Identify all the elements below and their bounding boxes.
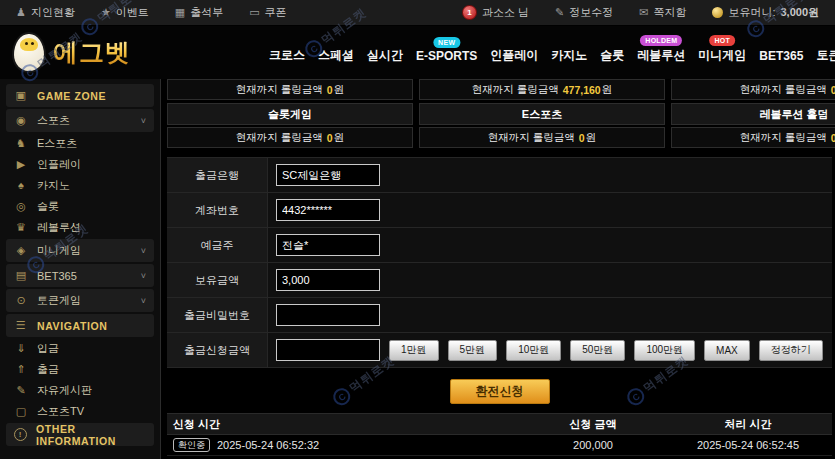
field-label: 계좌번호: [167, 193, 268, 227]
token-icon: ⊙: [14, 295, 28, 306]
bank-field[interactable]: [276, 164, 380, 186]
tv-icon: ▢: [14, 406, 28, 417]
menu-friend-status[interactable]: ♟ 지인현황: [16, 5, 75, 20]
field-label: 출금신청금액: [167, 333, 268, 367]
user-info[interactable]: 1 과소소 님: [462, 5, 529, 20]
esports-icon: ♞: [14, 138, 28, 149]
withdraw-password-field[interactable]: [276, 304, 380, 326]
nav-minigame[interactable]: HOT 미니게임: [698, 41, 746, 64]
header-bar: 에그벳 크로스 스페셜 실시간 NEW E-SPORTS 인플레이 카지노 슬롯…: [0, 26, 835, 79]
sidebar-item-minigame[interactable]: ◈ 미니게임 ˅: [6, 239, 154, 262]
menu-coupon[interactable]: ▭ 쿠폰: [249, 5, 286, 20]
form-row-bank: 출금은행: [167, 158, 832, 193]
quick-amount-500k-button[interactable]: 50만원: [570, 340, 625, 361]
rolling-col-3: 현재까지 롤링금액0원 레볼루션 홀덤 현재까지 롤링금액0원: [671, 79, 835, 148]
sidebar-item-sports[interactable]: ◉ 스포츠 ˅: [6, 109, 154, 132]
sports-icon: ◉: [14, 115, 28, 126]
nav-revolution[interactable]: HOLDEM 레볼루션: [637, 41, 685, 64]
header-request-amount: 신청 금액: [518, 417, 668, 432]
header-request-time: 신청 시간: [167, 417, 518, 432]
slot-icon: ◎: [14, 201, 28, 212]
nav-realtime[interactable]: 실시간: [367, 41, 403, 64]
nav-casino[interactable]: 카지노: [551, 41, 587, 64]
quick-amount-50k-button[interactable]: 5만원: [448, 340, 498, 361]
sidebar-item-token-game[interactable]: ⊙ 토큰게임 ˅: [6, 289, 154, 312]
field-label: 예금주: [167, 228, 268, 262]
star-icon: ★: [101, 7, 111, 18]
rolling-section-title: 슬롯게임: [167, 103, 413, 125]
rolling-section-value: 현재까지 롤링금액0원: [419, 127, 665, 148]
username: 과소소 님: [482, 5, 529, 20]
form-row-withdraw-amount: 출금신청금액 1만원 5만원 10만원 50만원 100만원 MAX 정정하기: [167, 333, 832, 368]
inbox-label: 쪽지함: [653, 5, 686, 20]
balance-label: 보유머니:: [728, 5, 775, 20]
sidebar-item-slot[interactable]: ◎ 슬롯: [6, 197, 154, 216]
notification-badge: 1: [462, 5, 477, 20]
account-number-field[interactable]: [276, 199, 380, 221]
sidebar-item-deposit[interactable]: ⇓ 입금: [6, 339, 154, 358]
nav-cross[interactable]: 크로스: [269, 41, 305, 64]
nav-token[interactable]: 토큰게임: [816, 41, 835, 64]
board-icon: ✎: [14, 385, 28, 396]
sidebar-item-free-board[interactable]: ✎ 자유게시판: [6, 381, 154, 400]
sidebar-item-bet365[interactable]: ▤ BET365 ˅: [6, 264, 154, 287]
field-label: 출금은행: [167, 158, 268, 192]
max-amount-button[interactable]: MAX: [704, 340, 750, 361]
field-label: 출금비밀번호: [167, 298, 268, 332]
holdem-badge: HOLDEM: [640, 35, 682, 46]
rolling-section-value: 현재까지 롤링금액0원: [167, 127, 413, 148]
quick-amount-100k-button[interactable]: 10만원: [506, 340, 561, 361]
quick-amount-1m-button[interactable]: 100만원: [634, 340, 695, 361]
form-row-account-number: 계좌번호: [167, 193, 832, 228]
balance-display: 보유머니: 3,000원: [712, 5, 819, 20]
rolling-section-title: 레볼루션 홀덤: [671, 103, 835, 125]
sidebar-header-game-zone: ▣ GAME ZONE: [6, 84, 154, 107]
top-utility-bar: ♟ 지인현황 ★ 이벤트 ▦ 출석부 ▭ 쿠폰 1 과소소 님 ✎ 정보수정 ✉…: [0, 0, 835, 26]
sidebar-item-withdraw[interactable]: ⇑ 출금: [6, 360, 154, 379]
menu-friend-status-label: 지인현황: [31, 5, 75, 20]
nav-esports[interactable]: NEW E-SPORTS: [416, 43, 477, 63]
nav-special[interactable]: 스페셜: [318, 41, 354, 64]
exchange-request-button[interactable]: 환전신청: [450, 379, 550, 404]
profile-edit-link[interactable]: ✎ 정보수정: [555, 5, 613, 20]
chevron-down-icon: ˅: [141, 246, 146, 256]
processed-time: 2025-05-24 06:52:45: [668, 439, 832, 451]
quick-amount-10k-button[interactable]: 1만원: [389, 340, 439, 361]
menu-event[interactable]: ★ 이벤트: [101, 5, 149, 20]
sidebar-item-inplay[interactable]: ▶ 인플레이: [6, 155, 154, 174]
chevron-down-icon: ˅: [141, 116, 146, 126]
pencil-icon: ✎: [555, 7, 564, 18]
site-logo[interactable]: 에그벳: [14, 34, 172, 71]
hot-badge: HOT: [710, 35, 736, 46]
nav-slot[interactable]: 슬롯: [600, 41, 624, 64]
submit-row: 환전신청: [167, 379, 832, 404]
form-row-balance: 보유금액: [167, 263, 832, 298]
table-row[interactable]: 확인중 2025-05-24 06:52:32 200,000 2025-05-…: [167, 435, 832, 456]
inbox-link[interactable]: ✉ 쪽지함: [639, 5, 686, 20]
sidebar-header-other-information: ! OTHER INFORMATION: [6, 423, 154, 446]
status-badge: 확인중: [173, 438, 210, 453]
sidebar-item-casino[interactable]: ♠ 카지노: [6, 176, 154, 195]
nav-bet365[interactable]: BET365: [759, 43, 803, 63]
info-icon: !: [14, 428, 27, 441]
sidebar-item-sports-tv[interactable]: ▢ 스포츠TV: [6, 402, 154, 421]
rolling-top-value: 현재까지 롤링금액477,160원: [419, 79, 665, 100]
coupon-icon: ▭: [249, 7, 259, 18]
casino-icon: ♠: [14, 180, 28, 191]
calendar-icon: ▦: [175, 7, 185, 18]
menu-event-label: 이벤트: [116, 5, 149, 20]
sidebar-item-revolution[interactable]: ♛ 레볼루션: [6, 218, 154, 237]
nav-inplay[interactable]: 인플레이: [490, 41, 538, 64]
sidebar-item-esports[interactable]: ♞ E스포츠: [6, 134, 154, 153]
reset-amount-button[interactable]: 정정하기: [759, 340, 823, 361]
withdraw-amount-field[interactable]: [276, 339, 380, 361]
mail-icon: ✉: [639, 7, 648, 18]
chevron-down-icon: ˅: [141, 296, 146, 306]
balance-field[interactable]: [276, 269, 380, 291]
menu-attendance[interactable]: ▦ 출석부: [175, 5, 223, 20]
withdraw-page: 현재까지 롤링금액0원 슬롯게임 현재까지 롤링금액0원 현재까지 롤링금액47…: [161, 79, 835, 459]
request-time: 2025-05-24 06:52:32: [217, 439, 319, 451]
balance-value: 3,000원: [780, 5, 819, 20]
account-holder-field[interactable]: [276, 234, 380, 256]
rolling-top-value: 현재까지 롤링금액0원: [671, 79, 835, 100]
